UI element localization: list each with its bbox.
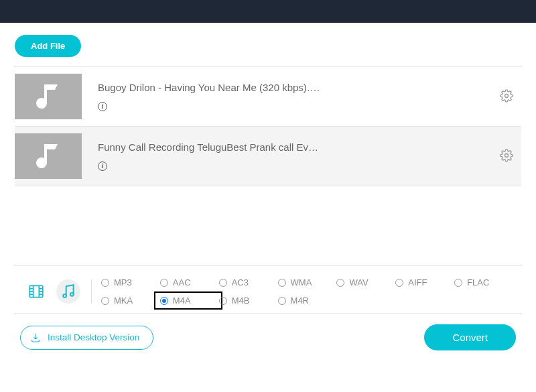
format-label: WMA	[291, 277, 312, 287]
radio-icon	[278, 279, 286, 287]
settings-button[interactable]	[500, 149, 513, 164]
film-icon	[27, 283, 45, 300]
format-option-aiff[interactable]: AIFF	[394, 275, 453, 289]
footer: Install Desktop Version Convert	[5, 314, 531, 360]
format-option-wav[interactable]: WAV	[335, 275, 394, 289]
radio-icon	[101, 279, 109, 287]
svg-point-0	[505, 94, 509, 97]
info-icon[interactable]: i	[98, 102, 107, 111]
format-label: M4R	[291, 296, 309, 306]
radio-icon	[219, 279, 227, 287]
format-option-flac[interactable]: FLAC	[453, 275, 512, 289]
radio-icon	[336, 279, 344, 287]
file-title: Funny Call Recording TeluguBest Prank ca…	[98, 141, 500, 153]
info-icon[interactable]: i	[98, 161, 107, 171]
format-option-m4b[interactable]: M4B	[218, 293, 277, 308]
format-option-wma[interactable]: WMA	[277, 275, 336, 289]
radio-icon	[219, 297, 227, 305]
format-option-mp3[interactable]: MP3	[100, 275, 159, 289]
install-label: Install Desktop Version	[48, 332, 139, 342]
settings-button[interactable]	[500, 89, 513, 105]
format-label: M4B	[232, 296, 250, 306]
svg-point-12	[70, 293, 74, 296]
install-desktop-button[interactable]: Install Desktop Version	[20, 326, 153, 350]
convert-button[interactable]: Convert	[424, 324, 516, 350]
format-option-m4a[interactable]: M4A	[155, 292, 222, 309]
radio-icon	[278, 297, 286, 305]
audio-thumbnail	[15, 133, 82, 179]
gear-icon	[500, 149, 513, 162]
radio-icon	[101, 297, 109, 305]
toolbar: Add File	[5, 23, 531, 66]
window-titlebar	[0, 0, 536, 23]
format-label: FLAC	[467, 277, 489, 287]
add-file-button[interactable]: Add File	[15, 35, 81, 57]
music-note-icon	[32, 80, 64, 113]
svg-point-11	[63, 294, 66, 298]
format-label: WAV	[349, 277, 368, 287]
radio-icon	[160, 297, 168, 305]
format-label: MKA	[114, 296, 133, 306]
file-row[interactable]: Funny Call Recording TeluguBest Prank ca…	[15, 127, 521, 186]
format-label: MP3	[114, 277, 132, 287]
video-type-tab[interactable]	[24, 279, 48, 304]
radio-icon	[395, 279, 403, 287]
format-options: MP3 AAC AC3 WMA WAV AIFF FLAC MKA M4A M4…	[100, 275, 512, 308]
radio-icon	[160, 279, 168, 287]
music-icon	[60, 283, 77, 300]
format-label: AC3	[232, 277, 249, 287]
file-row[interactable]: Bugoy Drilon - Having You Near Me (320 k…	[15, 67, 521, 127]
format-option-aac[interactable]: AAC	[159, 275, 218, 289]
gear-icon	[500, 89, 513, 103]
music-note-icon	[32, 140, 64, 172]
output-format-section: MP3 AAC AC3 WMA WAV AIFF FLAC MKA M4A M4…	[15, 265, 521, 314]
format-option-ac3[interactable]: AC3	[218, 275, 277, 289]
format-label: AIFF	[408, 277, 427, 287]
media-type-switch	[24, 279, 92, 304]
format-label: M4A	[173, 296, 191, 306]
file-title: Bugoy Drilon - Having You Near Me (320 k…	[98, 82, 500, 93]
format-option-mka[interactable]: MKA	[100, 293, 159, 308]
svg-point-1	[505, 153, 509, 157]
audio-type-tab[interactable]	[56, 279, 80, 304]
radio-icon	[454, 279, 462, 287]
file-list: Bugoy Drilon - Having You Near Me (320 k…	[15, 66, 521, 186]
format-option-m4r[interactable]: M4R	[277, 293, 336, 308]
download-icon	[30, 332, 41, 343]
format-label: AAC	[173, 277, 191, 287]
audio-thumbnail	[15, 74, 82, 119]
